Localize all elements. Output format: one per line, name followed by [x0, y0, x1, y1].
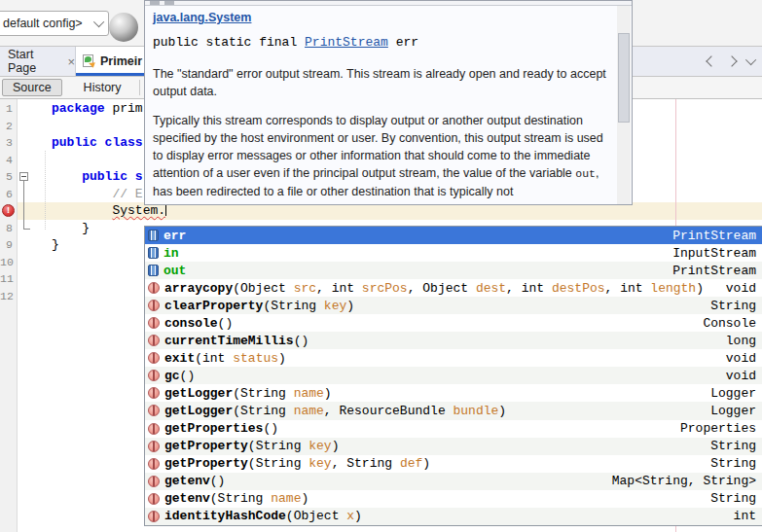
signature-text: ) — [324, 386, 332, 401]
code-completion-popup[interactable]: errPrintStreaminInputStreamoutPrintStrea… — [144, 226, 762, 526]
member-name: console — [164, 316, 218, 331]
completion-item[interactable]: clearProperty(String key)String — [145, 297, 762, 314]
completion-item[interactable]: console()Console — [145, 314, 762, 332]
method-icon — [148, 317, 160, 329]
signature-text: ) — [278, 351, 286, 366]
completion-item[interactable]: getenv()Map<String, String> — [145, 473, 762, 490]
member-name: getLogger — [164, 404, 233, 418]
member-name: exit — [164, 351, 195, 366]
code-fold-collapse-icon[interactable] — [19, 172, 28, 181]
method-icon — [148, 493, 160, 505]
globe-icon[interactable] — [109, 13, 138, 42]
signature-text: (int — [195, 351, 233, 366]
line-number: ! — [0, 202, 16, 220]
signature-text: ) — [332, 439, 340, 453]
completion-item[interactable]: currentTimeMillis()long — [145, 332, 762, 349]
signature-text: (String — [248, 439, 308, 453]
completion-item[interactable]: getProperties()Properties — [145, 420, 762, 438]
javadoc-paragraph: The "standard" error output stream. This… — [153, 65, 606, 100]
completion-item[interactable]: getProperty(String key, String def)Strin… — [145, 455, 762, 473]
member-name: currentTimeMillis — [164, 334, 294, 348]
netbeans-window: default config> Start Page × Primeir Sou… — [0, 0, 762, 532]
class-link[interactable]: java.lang.System — [153, 11, 251, 24]
completion-item[interactable]: getProperty(String key)String — [145, 438, 762, 455]
completion-item[interactable]: errPrintStream — [145, 227, 762, 244]
line-number: 10 — [0, 254, 16, 271]
signature-text: ) — [301, 491, 308, 506]
completion-item[interactable]: getenv(String name)String — [145, 490, 762, 508]
signature-text: , int — [506, 281, 552, 296]
line-number: 11 — [0, 270, 16, 288]
completion-item[interactable]: exit(int status)void — [145, 349, 762, 367]
javadoc-content: java.lang.System public static final Pri… — [153, 9, 606, 200]
javadoc-scrollbar-thumb[interactable] — [618, 33, 630, 123]
scroll-tabs-right-icon[interactable] — [726, 55, 737, 66]
completion-item[interactable]: getLogger(String name, ResourceBundle bu… — [145, 402, 762, 419]
parameter-name: length — [650, 281, 696, 296]
source-view-button[interactable]: Source — [2, 79, 62, 96]
signature-text: , int — [316, 281, 362, 296]
tab-start-page[interactable]: Start Page × — [0, 47, 76, 76]
line-number: 3 — [0, 134, 16, 152]
field-icon — [148, 230, 159, 241]
line-number: 9 — [0, 236, 16, 254]
return-type: InputStream — [672, 246, 756, 261]
parameter-name: key — [308, 456, 331, 471]
return-type: String — [710, 491, 756, 506]
line-number: 2 — [0, 118, 16, 135]
code-token: } — [52, 221, 90, 235]
signature-text: () — [180, 369, 196, 383]
completion-item[interactable]: identityHashCode(Object x)int — [145, 508, 762, 525]
member-name: arraycopy — [164, 281, 233, 296]
tab-scroll-controls — [708, 47, 756, 76]
signature-text: ) — [422, 456, 430, 471]
code-token: public class — [52, 135, 143, 150]
return-type: String — [710, 299, 756, 313]
header-icon-fragment — [164, 1, 174, 5]
return-type: void — [726, 281, 756, 296]
signature-text: (String — [248, 456, 308, 471]
run-config-combobox[interactable]: default config> — [0, 11, 109, 36]
return-type: void — [726, 369, 756, 383]
signature-text: () — [210, 474, 226, 488]
method-icon — [148, 441, 160, 452]
signature-text: ) — [346, 299, 354, 313]
line-numbers: 123456!89101112 — [0, 100, 16, 304]
parameter-name: def — [400, 456, 422, 471]
fold-scope-line — [23, 181, 24, 230]
member-name: getenv — [164, 491, 210, 506]
method-icon — [148, 352, 160, 364]
line-number: 4 — [0, 152, 16, 169]
completion-item[interactable]: gc()void — [145, 367, 762, 384]
signature-text: ) — [354, 509, 362, 523]
completion-item[interactable]: inInputStream — [145, 244, 762, 262]
signature-text: () — [294, 334, 309, 348]
tab-list-dropdown-icon[interactable] — [745, 54, 756, 65]
return-type: Logger — [710, 386, 756, 401]
scroll-tabs-left-icon[interactable] — [706, 55, 716, 66]
signature-text: , String — [332, 456, 400, 471]
parameter-name: dest — [476, 281, 506, 296]
line-number: 6 — [0, 186, 16, 203]
error-badge-icon[interactable]: ! — [2, 204, 15, 217]
method-icon — [148, 511, 160, 522]
javadoc-scrollbar[interactable] — [617, 6, 631, 204]
completion-item[interactable]: arraycopy(Object src, int srcPos, Object… — [145, 279, 762, 297]
tab-start-page-label: Start Page — [8, 48, 60, 75]
parameter-name: name — [294, 404, 324, 418]
code-token — [52, 169, 82, 184]
printstream-link[interactable]: PrintStream — [305, 35, 388, 50]
history-view-button[interactable]: History — [76, 80, 129, 95]
completion-item[interactable]: getLogger(String name)Logger — [145, 384, 762, 402]
signature-text: () — [263, 421, 278, 436]
completion-item[interactable]: outPrintStream — [145, 262, 762, 279]
member-name: identityHashCode — [164, 509, 286, 523]
member-name: getProperties — [164, 421, 263, 436]
member-name: err — [163, 229, 186, 243]
code-token: public s — [82, 169, 142, 184]
javadoc-popup-header — [145, 1, 632, 6]
method-icon — [148, 300, 160, 311]
close-icon[interactable]: × — [67, 54, 75, 69]
header-icon-fragment — [150, 1, 160, 5]
line-number: 12 — [0, 288, 16, 305]
